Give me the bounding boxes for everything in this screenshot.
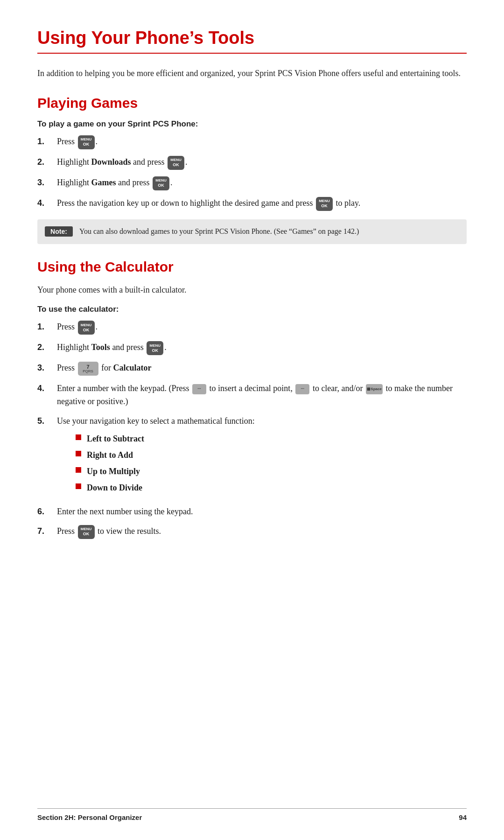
section2-intro: Your phone comes with a built-in calcula… — [37, 283, 467, 297]
bullet-icon — [76, 483, 81, 489]
section2-steps: 1. Press MENU OK . 2. Highlight Tools an… — [37, 321, 467, 539]
step-text: Highlight Downloads and press MENU OK . — [57, 156, 467, 170]
key-7pqrs: 7 PQRS — [78, 362, 98, 376]
section2-subheading: To use the calculator: — [37, 305, 467, 314]
note-box: Note: You can also download games to you… — [37, 219, 467, 244]
bullet-multiply: Up to Multiply — [76, 465, 467, 478]
bullet-subtract: Left to Subtract — [76, 433, 467, 445]
step-1-2: 2. Highlight Downloads and press MENU OK… — [37, 156, 467, 170]
step-num: 6. — [37, 505, 55, 518]
divide-label: Down to Divide — [87, 482, 142, 494]
bullet-divide: Down to Divide — [76, 482, 467, 494]
bullet-icon — [76, 434, 81, 440]
menu-ok-button-c1: MENU OK — [78, 321, 95, 335]
add-label: Right to Add — [87, 449, 133, 462]
page-footer: Section 2H: Personal Organizer 94 — [37, 808, 467, 821]
menu-ok-button-1: MENU OK — [78, 135, 95, 149]
menu-ok-button-2: MENU OK — [168, 156, 184, 170]
dot-key: ··· — [192, 384, 206, 394]
menu-ok-button-c2: MENU OK — [147, 341, 163, 355]
space-key: ▩Space — [366, 384, 383, 394]
menu-ok-button-c7: MENU OK — [78, 525, 95, 539]
games-label: Games — [91, 178, 116, 187]
step-num: 3. — [37, 176, 55, 189]
step-1-4: 4. Press the navigation key up or down t… — [37, 197, 467, 211]
step-text: Press the navigation key up or down to h… — [57, 197, 467, 211]
step-text: Press MENU OK . — [57, 321, 467, 335]
step-num: 7. — [37, 525, 55, 538]
step-text: Press MENU OK . — [57, 135, 467, 149]
footer-section: Section 2H: Personal Organizer — [37, 813, 142, 821]
calc-step-5: 5. Use your navigation key to select a m… — [37, 415, 467, 499]
title-rule — [37, 53, 467, 54]
bullet-icon — [76, 467, 81, 473]
step-text: Press 7 PQRS for Calculator — [57, 362, 467, 376]
step-text: Enter a number with the keypad. (Press ·… — [57, 382, 467, 408]
calc-step-1: 1. Press MENU OK . — [37, 321, 467, 335]
subtract-label: Left to Subtract — [87, 433, 144, 445]
calc-step-7: 7. Press MENU OK to view the results. — [37, 525, 467, 539]
step-text: Press MENU OK to view the results. — [57, 525, 467, 539]
step-num: 2. — [37, 341, 55, 354]
step-num: 1. — [37, 135, 55, 148]
step-num: 4. — [37, 382, 55, 395]
step-text: Use your navigation key to select a math… — [57, 415, 467, 499]
section1-heading: Playing Games — [37, 95, 467, 111]
downloads-label: Downloads — [91, 157, 131, 167]
step-1-3: 3. Highlight Games and press MENU OK . — [37, 176, 467, 190]
menu-ok-button-3: MENU OK — [153, 176, 169, 190]
note-label: Note: — [45, 226, 73, 237]
note-content: You can also download games to your Spri… — [79, 226, 359, 238]
step-1-1: 1. Press MENU OK . — [37, 135, 467, 149]
step-num: 2. — [37, 156, 55, 169]
math-functions-list: Left to Subtract Right to Add Up to Mult… — [76, 433, 467, 494]
intro-text: In addition to helping you be more effic… — [37, 67, 467, 80]
section1-steps: 1. Press MENU OK . 2. Highlight Download… — [37, 135, 467, 211]
step-num: 5. — [37, 415, 55, 428]
calc-step-4: 4. Enter a number with the keypad. (Pres… — [37, 382, 467, 408]
calculator-label: Calculator — [113, 364, 152, 373]
step-num: 3. — [37, 362, 55, 375]
bullet-icon — [76, 451, 81, 456]
step-text: Highlight Tools and press MENU OK . — [57, 341, 467, 355]
calc-step-2: 2. Highlight Tools and press MENU OK . — [37, 341, 467, 355]
step-text: Enter the next number using the keypad. — [57, 505, 467, 518]
step-num: 4. — [37, 197, 55, 210]
menu-ok-button-4: MENU OK — [316, 197, 333, 211]
section1-subheading: To play a game on your Sprint PCS Phone: — [37, 119, 467, 129]
page-title: Using Your Phone’s Tools — [37, 28, 467, 48]
step-text: Highlight Games and press MENU OK . — [57, 176, 467, 190]
clear-key: ··· — [295, 384, 309, 394]
calc-step-6: 6. Enter the next number using the keypa… — [37, 505, 467, 518]
footer-page: 94 — [459, 813, 467, 821]
bullet-add: Right to Add — [76, 449, 467, 462]
step-num: 1. — [37, 321, 55, 334]
section2-heading: Using the Calculator — [37, 259, 467, 275]
calc-step-3: 3. Press 7 PQRS for Calculator — [37, 362, 467, 376]
multiply-label: Up to Multiply — [87, 465, 140, 478]
tools-label: Tools — [91, 343, 110, 352]
